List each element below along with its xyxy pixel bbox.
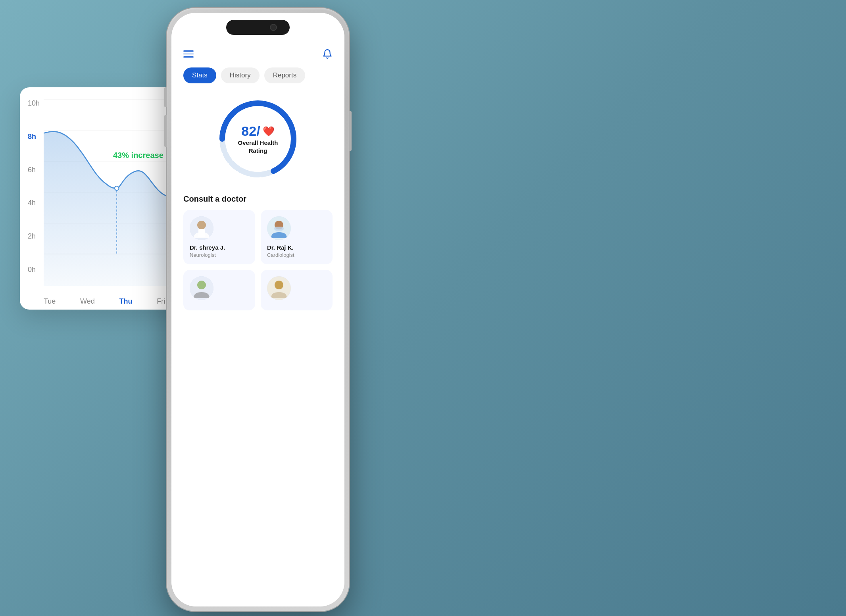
y-label-0h: 0h — [28, 266, 40, 274]
consult-section: Consult a doctor — [183, 194, 333, 310]
x-label-fri: Fri — [157, 297, 165, 306]
doctor-card-3[interactable] — [183, 270, 255, 310]
svg-point-19 — [275, 281, 283, 289]
y-label-8h: 8h — [28, 133, 40, 141]
doctor-avatar-4 — [267, 276, 291, 300]
doctor-card-4[interactable] — [261, 270, 333, 310]
hamburger-line-2 — [183, 54, 194, 55]
consult-title: Consult a doctor — [183, 194, 333, 204]
health-label: Overall HealthRating — [238, 139, 278, 154]
svg-point-11 — [197, 221, 206, 229]
phone-notch — [226, 20, 290, 35]
power-button — [349, 111, 352, 151]
svg-point-17 — [197, 281, 206, 289]
health-circle: 82/ ❤️ Overall HealthRating — [214, 95, 302, 183]
y-label-6h: 6h — [28, 166, 40, 174]
svg-rect-15 — [274, 227, 284, 231]
doctor-card-raj[interactable]: Dr. Raj K. Cardiologist — [261, 210, 333, 264]
doctors-grid: Dr. shreya J. Neurologist — [183, 210, 333, 310]
x-label-wed: Wed — [80, 297, 95, 306]
tab-history[interactable]: History — [221, 67, 260, 83]
heart-icon: ❤️ — [263, 126, 275, 137]
svg-point-6 — [115, 186, 119, 191]
doctor-name-raj: Dr. Raj K. — [267, 244, 326, 251]
y-label-4h: 4h — [28, 199, 40, 207]
x-label-tue: Tue — [44, 297, 56, 306]
chart-y-labels: 10h 8h 6h 4h 2h 0h — [28, 99, 40, 274]
svg-rect-12 — [198, 229, 205, 237]
menu-button[interactable] — [183, 50, 194, 58]
phone-inner: Stats History Reports — [171, 13, 344, 606]
doctor-avatar-3 — [190, 276, 213, 300]
x-label-thu: Thu — [119, 297, 132, 306]
tab-bar: Stats History Reports — [183, 67, 333, 83]
tab-stats[interactable]: Stats — [183, 67, 216, 83]
volume-button-updown — [164, 115, 167, 147]
app-header — [183, 44, 333, 67]
volume-button-silent — [164, 87, 167, 107]
health-circle-container: 82/ ❤️ Overall HealthRating — [183, 95, 333, 183]
health-center: 82/ ❤️ Overall HealthRating — [238, 123, 278, 154]
tab-reports[interactable]: Reports — [264, 67, 306, 83]
health-score: 82/ ❤️ — [238, 123, 278, 139]
doctor-specialty-shreya: Neurologist — [190, 252, 249, 258]
doctor-specialty-raj: Cardiologist — [267, 252, 326, 258]
notification-bell-icon[interactable] — [322, 48, 333, 60]
phone-frame: Stats History Reports — [167, 8, 349, 611]
hamburger-line-3 — [183, 56, 194, 58]
phone-outer: Stats History Reports — [167, 8, 349, 611]
doctor-avatar-raj — [267, 216, 291, 240]
y-label-10h: 10h — [28, 99, 40, 108]
increase-label: 43% increase — [113, 151, 163, 160]
doctor-name-shreya: Dr. shreya J. — [190, 244, 249, 251]
doctor-card-shreya[interactable]: Dr. shreya J. Neurologist — [183, 210, 255, 264]
doctor-avatar-shreya — [190, 216, 213, 240]
y-label-2h: 2h — [28, 232, 40, 241]
phone-screen: Stats History Reports — [171, 13, 344, 606]
hamburger-line-1 — [183, 50, 194, 52]
